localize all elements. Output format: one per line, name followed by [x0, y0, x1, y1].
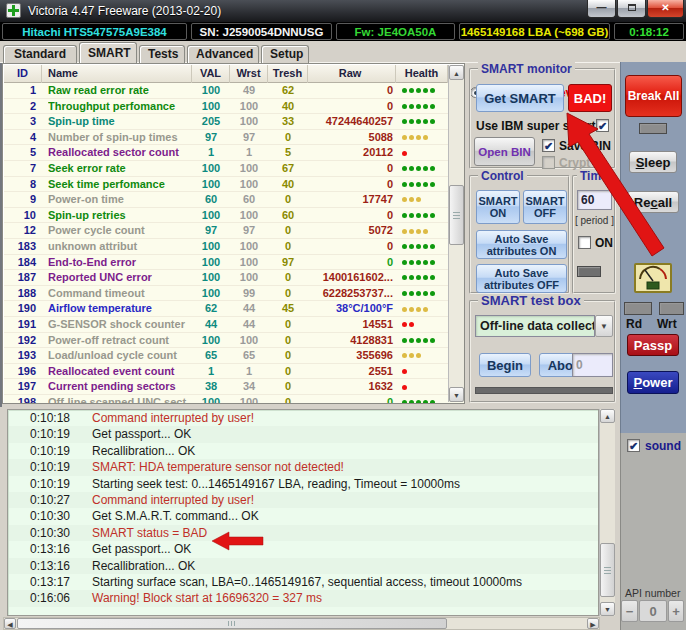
table-row[interactable]: 10 Spin-up retries 100 100 60 0: [4, 208, 448, 224]
elapsed-time: 0:18:12: [614, 23, 684, 40]
test-select-dropdown-button[interactable]: ▼: [595, 315, 613, 337]
smart-off-button[interactable]: SMART OFF: [523, 190, 567, 224]
log-vscrollbar[interactable]: ▲ ▼: [599, 409, 615, 616]
health-dots: [402, 99, 448, 115]
header-wrst[interactable]: Wrst: [230, 65, 268, 83]
table-row[interactable]: 8 Seek time perfomance 100 100 40 0: [4, 177, 448, 193]
tab-setup[interactable]: Setup: [261, 45, 309, 63]
tab-smart[interactable]: SMART: [79, 42, 137, 63]
scroll-up-icon: ▲: [453, 70, 460, 77]
get-smart-button[interactable]: Get SMART: [476, 84, 564, 112]
table-scrollbar-thumb[interactable]: [449, 185, 464, 245]
log-scroll-left-button[interactable]: ◀: [4, 618, 16, 629]
api-plus-button[interactable]: +: [668, 600, 684, 622]
tab-standard[interactable]: Standard: [3, 45, 77, 63]
test-progress-bar: [475, 387, 613, 394]
sleep-button[interactable]: Sleep: [629, 151, 677, 173]
table-row[interactable]: 191 G-SENSOR shock counter 44 44 0 14551: [4, 317, 448, 333]
attr-name: End-to-End error: [48, 255, 192, 271]
table-row[interactable]: 5 Reallocated sector count 1 1 5 20112: [4, 145, 448, 161]
table-row[interactable]: 198 Off-line scanned UNC sect 100 100 0 …: [4, 395, 448, 403]
table-row[interactable]: 188 Command timeout 100 99 0 6228253737.…: [4, 286, 448, 302]
minimize-button[interactable]: —: [587, 0, 616, 18]
close-button[interactable]: ✕: [647, 0, 684, 18]
power-button[interactable]: Power: [627, 371, 679, 394]
thumb-grip: [453, 212, 460, 219]
log-time: 0:10:30: [8, 508, 70, 524]
attr-worst: 100: [230, 177, 268, 193]
header-tresh[interactable]: Tresh: [268, 65, 308, 83]
open-bin-button[interactable]: Open BIN: [474, 137, 535, 166]
table-row[interactable]: 197 Current pending sectors 38 34 0 1632: [4, 379, 448, 395]
attr-val: 60: [192, 192, 230, 208]
autosave-off-line1: Auto Save: [495, 267, 549, 279]
autosave-on-button[interactable]: Auto Save attributes ON: [476, 230, 567, 259]
table-row[interactable]: 184 End-to-End error 100 100 97 0: [4, 255, 448, 271]
header-name[interactable]: Name: [48, 65, 192, 83]
table-row[interactable]: 187 Reported UNC error 100 100 0 1400161…: [4, 270, 448, 286]
attr-val: 38: [192, 379, 230, 395]
crypt-checkbox[interactable]: [542, 156, 555, 169]
use-ibm-checkbox[interactable]: ✔: [596, 119, 609, 132]
table-row[interactable]: 183 unknown attribut 100 100 0 0: [4, 239, 448, 255]
begin-button[interactable]: Begin: [479, 353, 531, 377]
test-select[interactable]: Off-line data collect: [475, 315, 595, 337]
table-row[interactable]: 192 Power-off retract count 100 100 0 41…: [4, 333, 448, 349]
drive-capacity: 1465149168 LBA (~698 GB): [459, 23, 610, 40]
sound-label: sound: [645, 439, 681, 453]
save-bin-checkbox[interactable]: ✔: [542, 139, 555, 152]
timer-on-checkbox[interactable]: [578, 236, 591, 249]
table-body: 1 Raw read error rate 100 49 62 0 2 Thro…: [4, 83, 448, 403]
table-row[interactable]: 3 Spin-up time 205 100 33 47244640257: [4, 114, 448, 130]
timer-period-input[interactable]: [577, 190, 612, 210]
attr-worst: 100: [230, 255, 268, 271]
check-icon: ✔: [629, 440, 638, 452]
scroll-down-button[interactable]: ▼: [449, 387, 464, 402]
header-health[interactable]: Health: [396, 65, 448, 83]
table-row[interactable]: 196 Reallocated event count 1 1 0 2551: [4, 364, 448, 380]
attr-id: 4: [4, 130, 42, 146]
scroll-up-button[interactable]: ▲: [449, 65, 464, 80]
maximize-button[interactable]: [617, 0, 646, 18]
log-scroll-right-button[interactable]: ▶: [587, 618, 599, 629]
passp-button[interactable]: Passp: [627, 334, 679, 356]
recall-button[interactable]: Recall: [627, 191, 679, 213]
log-line: 0:13:16Recallibration... OK: [8, 558, 598, 574]
attr-raw: 38°C/100°F: [308, 301, 396, 317]
health-dots: [402, 301, 448, 317]
log-vscroll-thumb[interactable]: [600, 543, 615, 597]
log-hscroll-thumb[interactable]: [17, 618, 447, 629]
log-scroll-up-button[interactable]: ▲: [600, 409, 615, 423]
table-row[interactable]: 193 Load/unload cycle count 65 65 0 3556…: [4, 348, 448, 364]
tab-tests[interactable]: Tests: [139, 45, 185, 63]
log-message: Command interrupted by user!: [92, 493, 254, 507]
attr-val: 100: [192, 255, 230, 271]
autosave-off-button[interactable]: Auto Save attributes OFF: [476, 264, 567, 293]
table-row[interactable]: 4 Number of spin-up times 97 97 0 5088: [4, 130, 448, 146]
log-time: 0:13:17: [8, 574, 70, 590]
attr-raw: 1632: [308, 379, 396, 395]
health-dots: [402, 192, 448, 208]
table-row[interactable]: 9 Power-on time 60 60 0 17747: [4, 192, 448, 208]
attr-id: 2: [4, 99, 42, 115]
break-all-button[interactable]: Break All: [625, 75, 682, 117]
table-row[interactable]: 2 Throughput perfomance 100 100 40 0: [4, 99, 448, 115]
attr-name: Reallocated event count: [48, 364, 192, 380]
api-minus-button[interactable]: −: [621, 600, 638, 622]
table-row[interactable]: 12 Power cycle count 97 97 0 5072: [4, 223, 448, 239]
sound-checkbox[interactable]: ✔: [627, 439, 640, 452]
table-row[interactable]: 7 Seek error rate 100 100 67 0: [4, 161, 448, 177]
attr-name: Throughput perfomance: [48, 99, 192, 115]
header-id[interactable]: ID: [4, 65, 42, 83]
header-val[interactable]: VAL: [192, 65, 230, 83]
smart-on-button[interactable]: SMART ON: [476, 190, 520, 224]
table-row[interactable]: 1 Raw read error rate 100 49 62 0: [4, 83, 448, 99]
save-bin-label: Save BIN: [559, 139, 611, 153]
log-scroll-down-button[interactable]: ▼: [600, 602, 615, 616]
table-scrollbar[interactable]: ▲ ▼: [448, 65, 464, 402]
test-counter-input[interactable]: [572, 353, 613, 377]
log-hscrollbar[interactable]: ◀ ▶: [3, 617, 600, 630]
table-row[interactable]: 190 Airflow temperature 62 44 45 38°C/10…: [4, 301, 448, 317]
header-raw[interactable]: Raw: [308, 65, 396, 83]
tab-advanced[interactable]: Advanced: [187, 45, 259, 63]
